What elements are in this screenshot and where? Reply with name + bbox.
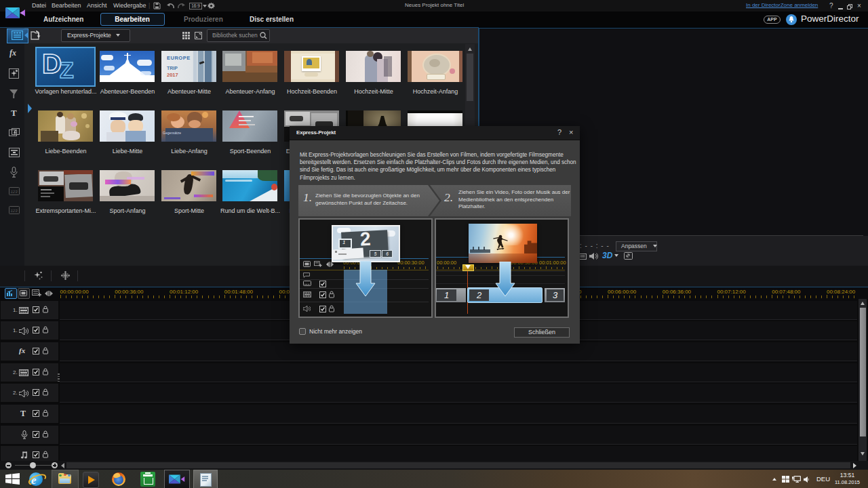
svg-text:123: 123 <box>11 209 18 213</box>
svg-text:123: 123 <box>11 190 18 194</box>
